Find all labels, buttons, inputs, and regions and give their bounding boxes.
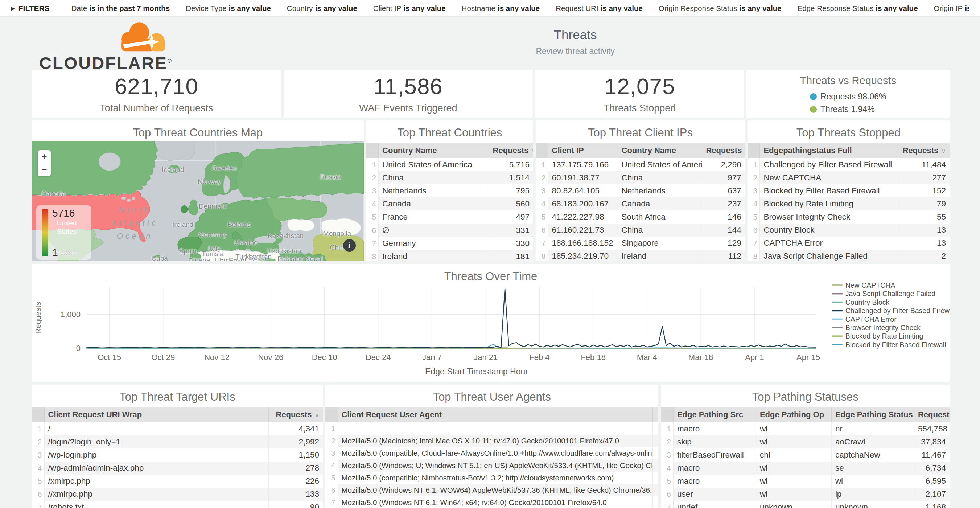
stat-label: Threats Stopped <box>603 103 676 114</box>
table-row[interactable]: 3/wp-login.php1,150 <box>32 449 323 462</box>
table-row[interactable]: 4Blocked by Rate Limiting79 <box>748 197 950 210</box>
filter-chip[interactable]: Edge Response Statusis any value <box>797 4 918 13</box>
svg-text:1,000: 1,000 <box>60 310 81 319</box>
filter-chip[interactable]: Origin Response Statusis any value <box>659 4 782 13</box>
world-map[interactable]: CanadaUnited StatesMexicoCubaIcelandIrel… <box>32 141 364 261</box>
column-header[interactable]: Client Request User Agent <box>338 407 652 422</box>
table-row[interactable]: 1macrowlnr554,758 <box>661 422 950 435</box>
table-row[interactable]: 2China1,514 <box>366 171 533 184</box>
svg-text:Apr 1: Apr 1 <box>745 353 764 362</box>
svg-text:Mar 4: Mar 4 <box>637 353 657 362</box>
column-header[interactable]: Edge Pathing Src <box>673 407 756 422</box>
column-header[interactable]: Client IP <box>548 143 618 158</box>
column-header[interactable]: Edgepathingstatus Full <box>760 143 898 158</box>
table-row[interactable]: 1137.175.79.166United States of America2… <box>536 158 745 171</box>
column-header[interactable]: Requests∨ <box>268 407 323 422</box>
page-title: Threats <box>536 27 614 42</box>
filter-chip[interactable]: Dateis in the past 7 months <box>72 4 170 13</box>
table-row[interactable]: 2Mozilla/5.0 (Macintosh; Intel Mac OS X … <box>325 435 658 447</box>
filter-chip[interactable]: Countryis any value <box>287 4 357 13</box>
column-header[interactable]: Requests∨ <box>489 143 533 158</box>
table-row[interactable]: 260.191.38.77China977 <box>536 171 745 184</box>
filter-chip[interactable]: Device Typeis any value <box>186 4 271 13</box>
table-row[interactable]: 4Mozilla/5.0 (Windows; U; Windows NT 5.1… <box>325 459 658 472</box>
legend-label: Requests 98.06% <box>821 92 886 102</box>
threats-stopped-table: Edgepathingstatus FullRequests∨1Challeng… <box>748 143 950 261</box>
table-row[interactable]: 1United States of America5,716 <box>366 158 533 171</box>
stat-value: 11,586 <box>374 73 443 99</box>
filter-chip[interactable]: Hostnameis any value <box>462 4 540 13</box>
filter-chip[interactable]: Origin IPis any value <box>934 4 969 13</box>
scale-max-value: 5716 <box>52 207 75 219</box>
column-header[interactable]: Edge Pathing Op <box>756 407 831 422</box>
table-row[interactable]: 5macrowlwl6,595 <box>661 475 950 488</box>
table-row[interactable]: 2skipwlaoCrawl37,834 <box>661 435 950 449</box>
table-row[interactable]: 5Mozilla/5.0 (compatible; Nimbostratus-B… <box>325 472 658 484</box>
chart-legend-label: New CAPTCHA <box>845 281 896 289</box>
table-row[interactable]: 5/xmlrpc.php226 <box>32 475 323 488</box>
table-row[interactable]: 4macrowlse6,734 <box>661 462 950 475</box>
cloudflare-wordmark: CLOUDFLARE® <box>39 54 191 72</box>
svg-text:Oct 29: Oct 29 <box>151 353 175 362</box>
scale-min-value: 1 <box>52 247 58 258</box>
column-header[interactable]: Country Name <box>618 143 702 158</box>
filters-toggle[interactable]: ▶ FILTERS <box>11 4 50 13</box>
card-title: Top Threat Countries <box>366 121 533 143</box>
card-title: Top Threat Target URIs <box>32 385 323 407</box>
stat-card-threats-stopped: 12,075 Threats Stopped <box>535 70 744 118</box>
table-row[interactable]: 6∅331 <box>366 223 533 237</box>
target-uris-table: Client Request URI WrapRequests∨1/4,3412… <box>32 407 323 508</box>
table-row[interactable]: 7Mozilla/5.0 (Windows NT 6.1; Win64; x64… <box>325 496 658 508</box>
table-row[interactable]: 1Challenged by Filter Based Firewall11,4… <box>748 158 950 171</box>
column-header[interactable]: Requests∨ <box>914 407 950 422</box>
svg-text:Nov 12: Nov 12 <box>204 353 229 362</box>
table-row[interactable]: 7undefunknownunknown1,168 <box>661 501 950 508</box>
table-row[interactable]: 380.82.64.105Netherlands637 <box>536 184 745 197</box>
column-header[interactable]: Requests∨ <box>898 143 950 158</box>
svg-text:Dec 24: Dec 24 <box>366 353 391 362</box>
table-row[interactable]: 4Canada560 <box>366 197 533 210</box>
zoom-out-button[interactable]: − <box>38 163 51 176</box>
table-row[interactable]: 3Blocked by Filter Based Firewall152 <box>748 184 950 197</box>
table-row[interactable]: 6//xmlrpc.php133 <box>32 488 323 501</box>
table-row[interactable]: 6userwlip2,107 <box>661 488 950 501</box>
table-row[interactable]: 4/wp-admin/admin-ajax.php278 <box>32 462 323 475</box>
table-row[interactable]: 468.183.200.167Canada237 <box>536 197 745 210</box>
table-row[interactable]: 2/login/?login_only=12,992 <box>32 435 323 449</box>
table-row[interactable]: 2New CAPTCHA277 <box>748 171 950 184</box>
table-row[interactable]: 7/robots.txt90 <box>32 501 323 508</box>
chart-svg: Oct 15Oct 29Nov 12Nov 26Dec 10Dec 24Jan … <box>32 264 950 382</box>
table-row[interactable]: 5France497 <box>366 210 533 223</box>
table-row[interactable]: 5Browser Integrity Check55 <box>748 210 950 223</box>
column-header[interactable] <box>652 407 658 422</box>
table-row[interactable]: 1 <box>325 422 658 435</box>
table-row[interactable]: 7CAPTCHA Error13 <box>748 237 950 250</box>
column-header[interactable]: Requests∨ <box>702 143 745 158</box>
table-row[interactable]: 7Germany330 <box>366 237 533 250</box>
table-row[interactable]: 8Java Script Challenge Failed2 <box>748 250 950 261</box>
page-header: CLOUDFLARE® Threats Review threat activi… <box>0 17 980 70</box>
table-row[interactable]: 6Country Block13 <box>748 223 950 237</box>
table-row[interactable]: 3Netherlands795 <box>366 184 533 197</box>
table-row[interactable]: 3filterBasedFirewallchlcaptchaNew11,467 <box>661 449 950 462</box>
zoom-in-button[interactable]: + <box>38 150 51 163</box>
table-row[interactable]: 7188.166.188.152Singapore129 <box>536 237 745 250</box>
column-header[interactable]: Client Request URI Wrap <box>44 407 268 422</box>
table-row[interactable]: 8Ireland181 <box>366 250 533 261</box>
table-row[interactable]: 8185.234.219.70Ireland112 <box>536 250 745 261</box>
filter-chip[interactable]: Request URIis any value <box>556 4 643 13</box>
filter-chip[interactable]: Client IPis any value <box>373 4 446 13</box>
column-header[interactable]: Country Name <box>379 143 489 158</box>
table-row[interactable]: 1/4,341 <box>32 422 323 435</box>
top-pathing-statuses-card: Top Pathing Statuses Edge Pathing SrcEdg… <box>661 385 950 508</box>
threats-over-time-chart: Oct 15Oct 29Nov 12Nov 26Dec 10Dec 24Jan … <box>32 264 950 382</box>
table-row[interactable]: 661.160.221.73China144 <box>536 223 745 237</box>
info-icon[interactable]: i <box>343 239 356 252</box>
card-title: Top Threat Client IPs <box>536 121 745 143</box>
map-color-scale: 5716 1 <box>36 205 91 260</box>
table-row[interactable]: 3Mozilla/5.0 (compatible; CloudFlare-Alw… <box>325 447 658 459</box>
column-header[interactable]: Edge Pathing Status <box>831 407 914 422</box>
chart-legend-label: Blocked by Filter Based Firewall <box>845 341 946 349</box>
table-row[interactable]: 541.222.227.98South Africa146 <box>536 210 745 223</box>
table-row[interactable]: 6Mozilla/5.0 (Windows NT 6.1; WOW64) App… <box>325 484 658 496</box>
